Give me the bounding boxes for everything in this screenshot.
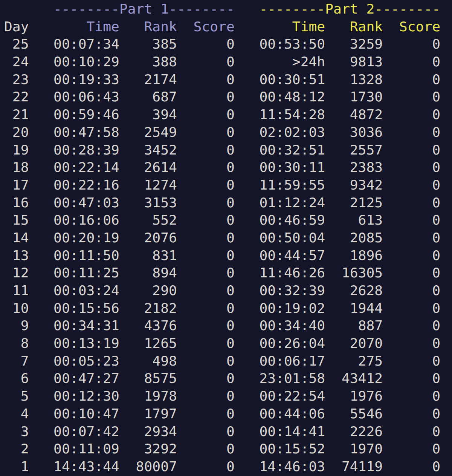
stats-row: 1 14:43:44 80007 0 14:46:03 74119 0 bbox=[4, 458, 452, 476]
part1-score-cell: 0 bbox=[177, 352, 235, 370]
day-cell: 3 bbox=[4, 423, 29, 441]
stats-row: 8 00:13:19 1265 0 00:26:04 2070 0 bbox=[4, 335, 452, 352]
part2-rank-cell: 1730 bbox=[325, 88, 383, 106]
part1-rank-cell: 498 bbox=[119, 352, 177, 370]
part1-rank-cell: 2934 bbox=[119, 423, 177, 441]
part1-rank-cell: 1274 bbox=[119, 176, 177, 194]
part2-rank-cell: 2383 bbox=[325, 159, 383, 176]
part2-time-cell: >24h bbox=[235, 53, 325, 71]
col-part2-score: Score bbox=[383, 18, 440, 36]
part1-time-cell: 00:06:43 bbox=[29, 88, 119, 106]
col-part1-time: Time bbox=[29, 18, 119, 36]
part1-time-cell: 00:13:19 bbox=[29, 335, 119, 352]
part2-rank-cell: 74119 bbox=[325, 458, 383, 476]
part2-time-cell: 23:01:58 bbox=[235, 370, 325, 387]
stats-row: 24 00:10:29 388 0 >24h 9813 0 bbox=[4, 53, 452, 71]
part2-rank-cell: 9813 bbox=[325, 53, 383, 71]
part1-score-cell: 0 bbox=[177, 458, 235, 476]
stats-row: 22 00:06:43 687 0 00:48:12 1730 0 bbox=[4, 88, 452, 106]
part2-score-cell: 0 bbox=[383, 106, 440, 124]
terminal-screen[interactable]: --------Part 1-------- --------Part 2---… bbox=[0, 0, 452, 476]
part1-time-cell: 00:12:30 bbox=[29, 387, 119, 405]
part1-time-cell: 00:28:39 bbox=[29, 141, 119, 159]
part2-time-cell: 11:54:28 bbox=[235, 106, 325, 124]
part2-score-cell: 0 bbox=[383, 335, 440, 352]
day-cell: 20 bbox=[4, 124, 29, 141]
part1-time-cell: 00:19:33 bbox=[29, 71, 119, 89]
day-cell: 18 bbox=[4, 159, 29, 176]
part2-rank-cell: 1976 bbox=[325, 387, 383, 405]
part1-time-cell: 14:43:44 bbox=[29, 458, 119, 476]
part1-rank-cell: 388 bbox=[119, 53, 177, 71]
day-cell: 5 bbox=[4, 387, 29, 405]
part2-score-cell: 0 bbox=[383, 352, 440, 370]
part1-score-cell: 0 bbox=[177, 141, 235, 159]
part1-score-cell: 0 bbox=[177, 370, 235, 387]
parts-header-row: --------Part 1-------- --------Part 2---… bbox=[4, 0, 452, 18]
part2-rank-cell: 16305 bbox=[325, 264, 383, 282]
part1-rank-cell: 3452 bbox=[119, 141, 177, 159]
part1-time-cell: 00:20:19 bbox=[29, 229, 119, 247]
day-cell: 2 bbox=[4, 440, 29, 458]
day-cell: 25 bbox=[4, 35, 29, 53]
part2-score-cell: 0 bbox=[383, 440, 440, 458]
day-cell: 7 bbox=[4, 352, 29, 370]
part1-rank-cell: 552 bbox=[119, 211, 177, 229]
part1-rank-cell: 8575 bbox=[119, 370, 177, 387]
stats-row: 5 00:12:30 1978 0 00:22:54 1976 0 bbox=[4, 387, 452, 405]
day-cell: 23 bbox=[4, 71, 29, 89]
part2-time-cell: 00:32:51 bbox=[235, 141, 325, 159]
part2-time-cell: 11:59:55 bbox=[235, 176, 325, 194]
day-cell: 12 bbox=[4, 264, 29, 282]
part1-rank-cell: 394 bbox=[119, 106, 177, 124]
part1-rank-cell: 1797 bbox=[119, 405, 177, 423]
part2-rank-cell: 5546 bbox=[325, 405, 383, 423]
part2-rank-cell: 1944 bbox=[325, 300, 383, 317]
part1-score-cell: 0 bbox=[177, 387, 235, 405]
part2-rank-cell: 3259 bbox=[325, 35, 383, 53]
part2-rank-cell: 887 bbox=[325, 317, 383, 335]
part2-score-cell: 0 bbox=[383, 247, 440, 265]
part1-score-cell: 0 bbox=[177, 229, 235, 247]
day-cell: 16 bbox=[4, 194, 29, 212]
stats-row: 21 00:59:46 394 0 11:54:28 4872 0 bbox=[4, 106, 452, 124]
part2-rank-cell: 613 bbox=[325, 211, 383, 229]
part2-header: --------Part 2-------- bbox=[259, 0, 440, 18]
part1-rank-cell: 894 bbox=[119, 264, 177, 282]
part2-rank-cell: 275 bbox=[325, 352, 383, 370]
stats-row: 7 00:05:23 498 0 00:06:17 275 0 bbox=[4, 352, 452, 370]
column-header-row: Day Time Rank Score Time Rank Score bbox=[4, 18, 452, 36]
part2-score-cell: 0 bbox=[383, 405, 440, 423]
part1-time-cell: 00:59:46 bbox=[29, 106, 119, 124]
part1-time-cell: 00:11:25 bbox=[29, 264, 119, 282]
part1-rank-cell: 1978 bbox=[119, 387, 177, 405]
day-cell: 22 bbox=[4, 88, 29, 106]
part1-score-cell: 0 bbox=[177, 35, 235, 53]
part2-rank-cell: 2628 bbox=[325, 282, 383, 300]
part1-time-cell: 00:47:58 bbox=[29, 124, 119, 141]
part1-time-cell: 00:11:09 bbox=[29, 440, 119, 458]
stats-row: 19 00:28:39 3452 0 00:32:51 2557 0 bbox=[4, 141, 452, 159]
part1-time-cell: 00:10:47 bbox=[29, 405, 119, 423]
part2-rank-cell: 2125 bbox=[325, 194, 383, 212]
part1-score-cell: 0 bbox=[177, 211, 235, 229]
col-part1-score: Score bbox=[177, 18, 235, 36]
part2-rank-cell: 1896 bbox=[325, 247, 383, 265]
day-cell: 6 bbox=[4, 370, 29, 387]
stats-rows: 25 00:07:34 385 0 00:53:50 3259 0 24 00:… bbox=[4, 35, 452, 475]
part2-time-cell: 00:15:52 bbox=[235, 440, 325, 458]
part2-score-cell: 0 bbox=[383, 124, 440, 141]
stats-row: 14 00:20:19 2076 0 00:50:04 2085 0 bbox=[4, 229, 452, 247]
part2-time-cell: 02:02:03 bbox=[235, 124, 325, 141]
part2-time-cell: 00:53:50 bbox=[235, 35, 325, 53]
day-cell: 17 bbox=[4, 176, 29, 194]
part2-time-cell: 00:32:39 bbox=[235, 282, 325, 300]
part1-score-cell: 0 bbox=[177, 405, 235, 423]
stats-row: 2 00:11:09 3292 0 00:15:52 1970 0 bbox=[4, 440, 452, 458]
part2-score-cell: 0 bbox=[383, 458, 440, 476]
part2-time-cell: 00:26:04 bbox=[235, 335, 325, 352]
col-part2-rank: Rank bbox=[325, 18, 383, 36]
part1-rank-cell: 3292 bbox=[119, 440, 177, 458]
part1-score-cell: 0 bbox=[177, 423, 235, 441]
stats-row: 16 00:47:03 3153 0 01:12:24 2125 0 bbox=[4, 194, 452, 212]
